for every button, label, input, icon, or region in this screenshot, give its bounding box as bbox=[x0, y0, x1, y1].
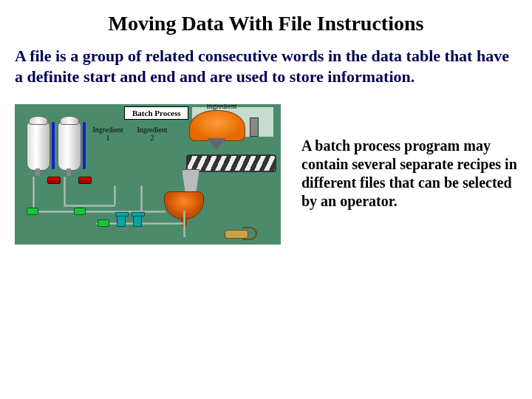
hopper-icon bbox=[189, 110, 244, 144]
hand-valve-icon bbox=[133, 215, 142, 227]
pipe-icon bbox=[140, 185, 143, 212]
pipe-icon bbox=[64, 205, 115, 207]
pipe-icon bbox=[33, 177, 35, 212]
hand-valve-icon bbox=[117, 215, 126, 227]
intro-text: A file is a group of related consecutive… bbox=[15, 46, 517, 86]
tank-icon bbox=[58, 120, 81, 171]
ingredient2-label: Ingredient 2 bbox=[130, 126, 174, 142]
spigot-icon bbox=[225, 225, 257, 239]
actuator-icon bbox=[74, 208, 86, 215]
slide-title: Moving Data With File Instructions bbox=[15, 12, 517, 35]
auger-icon bbox=[186, 154, 276, 172]
gauge-icon bbox=[52, 122, 55, 169]
pipe-icon bbox=[33, 211, 166, 213]
valve-icon bbox=[47, 177, 61, 184]
valve-icon bbox=[78, 177, 92, 184]
tank-icon bbox=[27, 120, 50, 171]
slide: Moving Data With File Instructions A fil… bbox=[0, 0, 532, 399]
figure-banner: Batch Process bbox=[124, 106, 188, 120]
pipe-icon bbox=[183, 211, 185, 237]
side-text: A batch process program may contain seve… bbox=[301, 104, 517, 211]
content-row: Batch Process Ingredient 1 Ingredient 2 … bbox=[15, 104, 517, 245]
pipe-icon bbox=[64, 177, 66, 206]
batch-process-figure: Batch Process Ingredient 1 Ingredient 2 … bbox=[15, 104, 281, 245]
ingredient1-label: Ingredient 1 bbox=[86, 126, 130, 142]
hatch-icon bbox=[250, 117, 259, 137]
actuator-icon bbox=[98, 219, 109, 227]
actuator-icon bbox=[27, 208, 38, 215]
pipe-icon bbox=[114, 185, 116, 205]
chute-icon bbox=[182, 169, 200, 193]
